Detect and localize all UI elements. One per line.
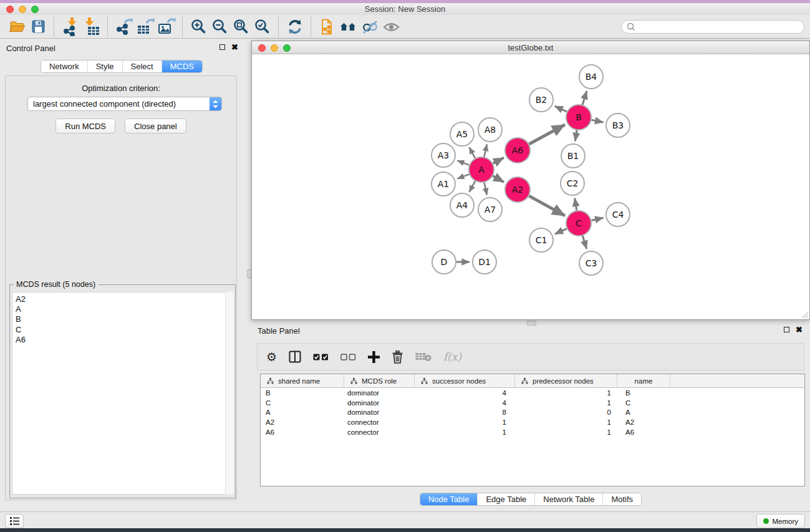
tab-network-table[interactable]: Network Table — [534, 493, 602, 505]
graph-edge-B-B3[interactable] — [592, 120, 604, 122]
column-header-predecessor-nodes[interactable]: predecessor nodes — [515, 374, 617, 387]
table-cell[interactable]: A — [617, 409, 670, 416]
export-image-button[interactable] — [156, 16, 177, 37]
table-row[interactable]: A6connector11A6 — [261, 427, 804, 437]
graph-edge-B-B4[interactable] — [582, 91, 587, 105]
optimization-criterion-select[interactable]: largest connected component (directed) — [27, 97, 222, 111]
add-icon[interactable] — [368, 351, 380, 363]
tab-node-table[interactable]: Node Table — [420, 493, 478, 505]
graph-node-C3[interactable]: C3 — [579, 251, 603, 275]
table-cell[interactable]: C — [261, 399, 344, 407]
graph-node-A2[interactable]: A2 — [505, 177, 530, 202]
float-panel-icon[interactable] — [219, 44, 225, 50]
import-table-button[interactable] — [81, 16, 102, 37]
mcds-result-item[interactable]: A — [16, 304, 231, 314]
table-row[interactable]: Adominator80A — [261, 408, 804, 418]
table-cell[interactable]: 1 — [515, 389, 617, 397]
graph-edge-A-A6[interactable] — [493, 158, 504, 163]
table-cell[interactable]: B — [617, 389, 670, 397]
table-cell[interactable]: dominator — [344, 399, 415, 407]
toolbar-search-field[interactable] — [621, 20, 804, 34]
column-header-name[interactable]: name — [617, 374, 670, 387]
export-network-button[interactable] — [113, 16, 135, 37]
tab-style[interactable]: Style — [87, 60, 122, 72]
hide-details-button[interactable] — [359, 16, 380, 37]
graph-node-A8[interactable]: A8 — [478, 118, 502, 142]
graph-edge-A-A4[interactable] — [470, 181, 476, 192]
graph-node-B4[interactable]: B4 — [579, 65, 603, 89]
close-window-icon[interactable] — [6, 6, 14, 13]
graph-node-B3[interactable]: B3 — [606, 114, 630, 137]
table-cell[interactable]: dominator — [344, 389, 415, 397]
table-settings-gear-icon[interactable]: ⚙ — [266, 351, 277, 363]
show-column-icon[interactable] — [289, 351, 301, 363]
search-input[interactable] — [639, 21, 804, 33]
graph-node-C2[interactable]: C2 — [561, 172, 584, 195]
graph-edge-A-A5[interactable] — [470, 147, 476, 158]
mcds-result-item[interactable]: A6 — [16, 335, 231, 345]
table-cell[interactable]: 1 — [515, 428, 617, 436]
table-cell[interactable]: 4 — [415, 399, 515, 407]
table-row[interactable]: Bdominator41B — [261, 388, 804, 398]
graph-edge-A-A2[interactable] — [493, 176, 504, 182]
close-panel-button[interactable]: Close panel — [125, 118, 186, 133]
graph-node-A1[interactable]: A1 — [432, 172, 455, 196]
mcds-result-item[interactable]: B — [16, 314, 231, 324]
graph-node-D1[interactable]: D1 — [473, 250, 496, 274]
table-cell[interactable]: 1 — [515, 399, 617, 407]
open-session-button[interactable] — [6, 16, 27, 37]
tab-network[interactable]: Network — [41, 60, 87, 72]
table-cell[interactable]: 1 — [415, 428, 515, 436]
table-cell[interactable]: 1 — [515, 418, 617, 426]
tab-edge-table[interactable]: Edge Table — [477, 493, 534, 505]
table-cell[interactable]: A6 — [261, 428, 344, 436]
graph-node-A3[interactable]: A3 — [432, 143, 455, 167]
import-network-button[interactable] — [60, 16, 81, 37]
graph-edge-C-C3[interactable] — [582, 236, 587, 249]
zoom-window-icon[interactable] — [31, 6, 39, 13]
table-row[interactable]: A2connector11A2 — [261, 417, 804, 427]
network-canvas[interactable]: B4B2BB3A5A8A6A3B1AA1C2A2A4A7C4CC1DD1C3 — [252, 55, 809, 319]
minimize-window-icon[interactable] — [19, 6, 26, 13]
graph-node-A7[interactable]: A7 — [478, 198, 502, 221]
column-header-shared-name[interactable]: shared name — [261, 374, 344, 387]
graph-node-D[interactable]: D — [432, 250, 456, 274]
graph-edge-A-A8[interactable] — [485, 144, 487, 157]
graph-node-C4[interactable]: C4 — [606, 203, 630, 226]
column-header-successor-nodes[interactable]: successor nodes — [415, 374, 515, 387]
table-cell[interactable]: A6 — [617, 428, 670, 436]
table-cell[interactable]: connector — [344, 428, 415, 436]
graph-edge-A-A3[interactable] — [458, 161, 470, 165]
graph-edge-A6-B[interactable] — [529, 125, 566, 144]
save-session-button[interactable] — [27, 16, 49, 37]
graph-node-C1[interactable]: C1 — [529, 228, 553, 252]
table-cell[interactable]: C — [617, 399, 670, 407]
select-all-icon[interactable] — [313, 354, 329, 360]
graph-node-A6[interactable]: A6 — [505, 138, 530, 163]
graph-node-C[interactable]: C — [566, 211, 591, 236]
run-mcds-button[interactable]: Run MCDS — [55, 118, 115, 133]
close-window-icon[interactable] — [258, 44, 266, 52]
mcds-result-item[interactable]: A2 — [16, 294, 231, 304]
tab-motifs[interactable]: Motifs — [602, 493, 641, 505]
table-cell[interactable]: 1 — [415, 418, 515, 426]
table-row[interactable]: Cdominator41C — [261, 398, 804, 408]
graph-edge-C-C2[interactable] — [575, 198, 577, 211]
table-cell[interactable]: 8 — [415, 409, 515, 416]
table-cell[interactable]: 0 — [515, 409, 617, 416]
create-network-from-file-button[interactable] — [317, 16, 338, 37]
float-panel-icon[interactable] — [784, 327, 789, 332]
zoom-in-button[interactable] — [188, 16, 210, 37]
graph-edge-C-C1[interactable] — [555, 229, 567, 235]
refresh-view-button[interactable] — [284, 16, 306, 37]
graph-node-B[interactable]: B — [566, 105, 591, 130]
minimize-window-icon[interactable] — [271, 44, 278, 52]
export-table-button[interactable] — [135, 16, 156, 37]
memory-button[interactable]: Memory — [756, 514, 805, 528]
show-details-button[interactable] — [380, 16, 402, 37]
column-header-mcds-role[interactable]: MCDS role — [344, 374, 415, 387]
tab-select[interactable]: Select — [122, 60, 162, 72]
table-cell[interactable]: connector — [344, 418, 415, 426]
table-cell[interactable]: A2 — [261, 418, 344, 426]
home-button[interactable] — [338, 16, 359, 37]
